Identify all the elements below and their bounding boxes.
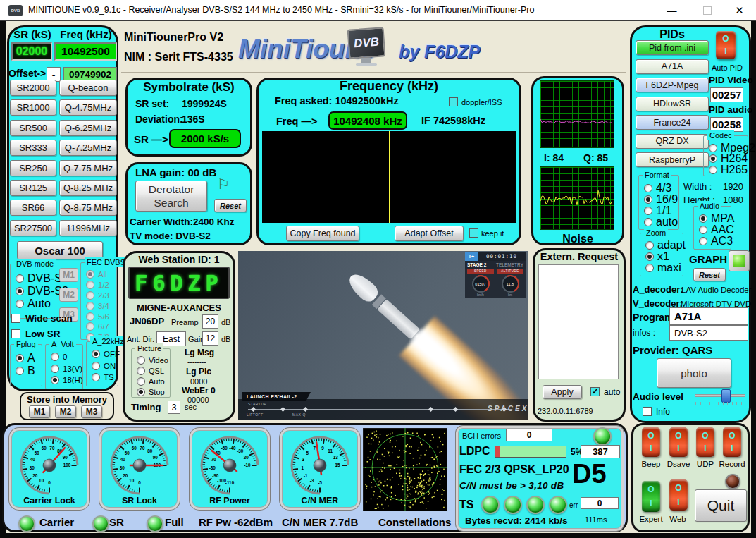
low-sr-checkbox[interactable] bbox=[11, 329, 20, 338]
radio-dvb-mode-auto[interactable]: Auto bbox=[16, 298, 56, 310]
pid-button-pid-from-ini[interactable]: Pid from .ini bbox=[636, 40, 709, 55]
close-button[interactable]: ✕ bbox=[723, 0, 756, 21]
ldpc-value: 387 bbox=[593, 446, 608, 457]
radio-fplug-b[interactable]: B bbox=[16, 365, 42, 377]
doppler-checkbox[interactable] bbox=[449, 97, 458, 106]
freq-value-display[interactable]: 10492500 bbox=[54, 42, 117, 61]
radio-picture-video[interactable]: Video bbox=[137, 355, 170, 365]
radio-a-22khz-ts[interactable]: TS bbox=[92, 372, 118, 384]
radio-a-volt-18-h[interactable]: 18(H) bbox=[51, 374, 82, 386]
radio-fplug-a[interactable]: A bbox=[16, 352, 42, 365]
apply-button[interactable]: Apply bbox=[543, 385, 582, 399]
logo-by: by F6DZP bbox=[399, 42, 480, 62]
radio-dvb-mode-dvb-s2[interactable]: DVB-S2 bbox=[16, 285, 56, 298]
memory-m2-button[interactable]: M2 bbox=[59, 288, 78, 302]
audio-level-slider[interactable] bbox=[695, 388, 745, 402]
preset-button-q-beacon[interactable]: Q-beacon bbox=[59, 80, 117, 96]
pid-video-value: 00257 bbox=[712, 89, 742, 101]
radio-dot bbox=[51, 376, 59, 384]
radio-audio-aac[interactable]: AAC bbox=[699, 224, 731, 236]
radio-picture-auto[interactable]: Auto bbox=[137, 376, 170, 386]
preset-button-sr500[interactable]: SR500 bbox=[10, 120, 56, 136]
preset-button-q-7-75-mhz[interactable]: Q-7.75 MHz bbox=[59, 160, 117, 176]
pid-button-a71a[interactable]: A71A bbox=[636, 59, 709, 74]
pid-audio-box[interactable]: 00258 bbox=[710, 117, 743, 132]
radio-format-4-3[interactable]: 4/3 bbox=[644, 183, 678, 194]
radio-audio-ac3[interactable]: AC3 bbox=[699, 236, 731, 247]
preset-button-sr125[interactable]: SR125 bbox=[10, 180, 56, 196]
radio-picture-stop[interactable]: Stop bbox=[137, 386, 170, 397]
store-button-m3[interactable]: M3 bbox=[81, 405, 102, 418]
wide-scan-checkbox[interactable] bbox=[11, 314, 20, 323]
auto-pid-switch[interactable]: OI bbox=[716, 31, 736, 59]
maximize-button[interactable] bbox=[691, 0, 723, 21]
store-button-m2[interactable]: M2 bbox=[55, 405, 76, 418]
udp-switch[interactable]: OI bbox=[696, 427, 714, 457]
memory-m1-button[interactable]: M1 bbox=[59, 268, 78, 282]
sr-value-display[interactable]: 02000 bbox=[11, 42, 52, 61]
web-switch[interactable]: OI bbox=[669, 479, 688, 511]
preset-button-sr250[interactable]: SR250 bbox=[10, 160, 56, 176]
infos-input[interactable]: DVB-S2 bbox=[669, 325, 748, 341]
preset-button-q-4-75mhz[interactable]: Q-4.75MHz bbox=[59, 99, 117, 116]
radio-format-1-1[interactable]: 1/1 bbox=[644, 205, 678, 216]
dsave-switch[interactable]: OI bbox=[669, 427, 688, 457]
slider-thumb[interactable] bbox=[721, 389, 731, 403]
extern-listbox[interactable] bbox=[538, 264, 619, 379]
video-display[interactable]: T+ 00:01:10 STAGE 2 TELEMETRY SPEED 0159… bbox=[238, 251, 528, 420]
pid-button-raspberryp[interactable]: RaspberryP bbox=[636, 152, 709, 167]
radio-picture-qsl[interactable]: QSL bbox=[137, 365, 170, 376]
record-switch[interactable]: OI bbox=[723, 427, 741, 457]
radio-audio-mpa[interactable]: MPA bbox=[699, 213, 731, 224]
timing-box[interactable]: 3 bbox=[168, 401, 180, 414]
svg-text:-100: -100 bbox=[217, 478, 226, 483]
radio-a-22khz-off[interactable]: OFF bbox=[92, 348, 118, 360]
extern-auto-checkbox[interactable]: ✓ bbox=[590, 387, 600, 396]
quit-button[interactable]: Quit bbox=[695, 489, 747, 522]
graph-led-button[interactable] bbox=[729, 250, 750, 271]
store-button-m1[interactable]: M1 bbox=[29, 405, 50, 418]
pid-button-france24[interactable]: France24 bbox=[636, 115, 709, 130]
program-input[interactable]: A71A bbox=[669, 307, 748, 325]
preset-button-sr2000[interactable]: SR2000 bbox=[10, 80, 56, 96]
radio-a-22khz-on[interactable]: ON bbox=[92, 360, 118, 372]
pid-button-qrz-dx[interactable]: QRZ DX bbox=[636, 134, 709, 149]
radio-dvb-mode-dvb-s[interactable]: DVB-S bbox=[16, 272, 56, 285]
minimize-button[interactable]: — bbox=[656, 0, 688, 21]
preset-button-q-8-25-mhz[interactable]: Q-8.25 MHz bbox=[59, 180, 117, 196]
radio-zoom-x1[interactable]: x1 bbox=[645, 251, 683, 262]
preset-button-q-8-75-mhz[interactable]: Q-8.75 MHz bbox=[59, 200, 117, 216]
graph-reset-button[interactable]: Reset bbox=[693, 268, 726, 281]
expert-switch[interactable]: OI bbox=[642, 481, 660, 512]
preset-button-sr66[interactable]: SR66 bbox=[10, 200, 56, 216]
radio-codec-h265[interactable]: H265 bbox=[709, 164, 748, 176]
radio-zoom-maxi[interactable]: maxi bbox=[645, 262, 683, 274]
gain-box[interactable]: 12 bbox=[202, 331, 218, 346]
radio-codec-h264[interactable]: H264 bbox=[709, 154, 748, 165]
pid-button-hdlowsr[interactable]: HDlowSR bbox=[636, 97, 709, 111]
preset-button-sr333[interactable]: SR333 bbox=[10, 140, 56, 156]
beep-switch[interactable]: OI bbox=[642, 427, 660, 457]
radio-zoom-adapt[interactable]: adapt bbox=[645, 240, 683, 251]
keep-it-checkbox[interactable] bbox=[469, 228, 478, 238]
photo-button[interactable]: photo bbox=[657, 358, 731, 388]
radio-format-auto[interactable]: auto bbox=[644, 216, 678, 228]
preset-button-q-6-25mhz[interactable]: Q-6.25MHz bbox=[59, 120, 117, 136]
preamp-box[interactable]: 20 bbox=[202, 314, 218, 329]
preset-button-sr1000[interactable]: SR1000 bbox=[10, 99, 56, 116]
radio-a-volt-13-v[interactable]: 13(V) bbox=[51, 363, 82, 375]
pid-video-box[interactable]: 00257 bbox=[710, 87, 743, 102]
info-checkbox[interactable] bbox=[643, 407, 652, 416]
copy-freq-button[interactable]: Copy Freq found bbox=[286, 226, 359, 241]
preset-button-q-7-25mhz[interactable]: Q-7.25MHz bbox=[59, 140, 117, 156]
preset-button-sr27500[interactable]: SR27500 bbox=[10, 220, 56, 236]
adapt-offset-button[interactable]: Adapt Offset bbox=[395, 226, 464, 241]
radio-codec-mpeg2[interactable]: Mpeg2 bbox=[709, 142, 748, 154]
derotator-search-button[interactable]: Derotator Search bbox=[135, 181, 207, 212]
derotator-reset-button[interactable]: Reset bbox=[214, 199, 247, 212]
preset-button-11996mhz[interactable]: 11996MHz bbox=[59, 220, 117, 236]
format-group-label: Format bbox=[643, 170, 671, 180]
radio-format-16-9[interactable]: 16/9 bbox=[644, 194, 678, 205]
pid-button-f6dzp-mpeg[interactable]: F6DZP-Mpeg bbox=[636, 78, 709, 92]
radio-a-volt-0[interactable]: 0 bbox=[51, 351, 82, 363]
